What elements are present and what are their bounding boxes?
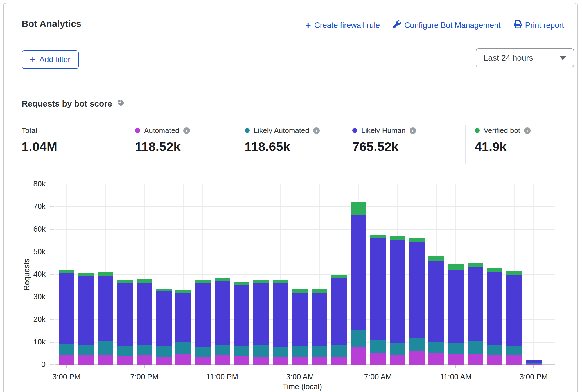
bar-segment-likely_human (175, 293, 191, 342)
bar-900pm[interactable] (175, 290, 191, 365)
bar-segment-automated (351, 347, 366, 365)
bar-segment-automated (98, 355, 113, 365)
bar-segment-likely_human (234, 285, 249, 346)
bar-segment-verified_bot (156, 289, 172, 292)
bar-segment-automated (78, 355, 94, 365)
bar-segment-likely_automated (78, 345, 94, 355)
bar-segment-verified_bot (195, 280, 211, 283)
bar-segment-likely_human (506, 275, 522, 346)
bar-400pm[interactable] (78, 273, 94, 365)
bar-segment-likely_automated (468, 341, 483, 354)
configure-bot-management-link[interactable]: Configure Bot Management (393, 20, 500, 30)
bar-200pm[interactable] (506, 271, 522, 365)
plus-icon: + (305, 21, 311, 29)
y-tick-mark (50, 206, 54, 207)
bar-segment-automated (526, 364, 542, 365)
y-tick-mark (50, 252, 54, 252)
stat-likely-human-label: Likely Human (361, 126, 406, 135)
bar-segment-likely_human (59, 273, 74, 344)
chevron-down-icon (560, 56, 566, 60)
bar-500am[interactable] (331, 275, 347, 365)
bar-700pm[interactable] (137, 279, 152, 365)
bar-segment-automated (390, 355, 405, 365)
bar-900am[interactable] (409, 238, 425, 365)
bar-segment-automated (409, 351, 425, 365)
bar-segment-automated (195, 357, 211, 365)
bar-600pm[interactable] (117, 280, 133, 365)
stat-divider (465, 125, 466, 164)
add-filter-button[interactable]: + Add filter (22, 50, 79, 69)
bar-segment-verified_bot (312, 289, 327, 293)
y-tick-label: 0 (12, 360, 46, 369)
bar-segment-likely_automated (448, 343, 464, 354)
print-report-link[interactable]: Print report (514, 20, 564, 30)
bar-segment-likely_automated (59, 344, 74, 355)
stat-total-value: 1.04M (22, 139, 57, 154)
bar-segment-verified_bot (390, 236, 405, 240)
bar-segment-likely_automated (195, 347, 211, 357)
likely-human-dot (352, 128, 357, 133)
horizontal-gridline (55, 252, 555, 252)
bar-segment-likely_human (526, 360, 542, 363)
bar-segment-likely_human (312, 293, 327, 346)
bar-300am[interactable] (292, 289, 308, 365)
info-icon[interactable] (410, 127, 416, 134)
bar-segment-automated (234, 356, 249, 365)
time-range-select[interactable]: Last 24 hours (476, 48, 574, 67)
bar-800pm[interactable] (156, 289, 172, 365)
info-icon[interactable] (524, 127, 531, 134)
bar-700am[interactable] (370, 235, 386, 365)
y-tick-mark (50, 364, 54, 365)
info-icon[interactable] (313, 127, 320, 134)
bar-1100am[interactable] (448, 264, 464, 365)
bar-segment-likely_human (98, 276, 113, 342)
bar-segment-verified_bot (273, 280, 288, 283)
x-tick-label: 11:00 PM (191, 373, 253, 381)
bar-segment-likely_human (487, 272, 502, 345)
bar-800am[interactable] (390, 236, 405, 365)
bar-segment-likely_human (468, 267, 483, 341)
bar-segment-verified_bot (59, 270, 74, 273)
bar-segment-likely_human (370, 238, 386, 340)
bar-segment-verified_bot (351, 202, 366, 215)
y-tick-mark (50, 274, 54, 275)
x-tick-label: 7:00 AM (347, 373, 409, 381)
plus-icon: + (30, 55, 36, 63)
y-tick-label: 80k (12, 180, 46, 188)
bar-segment-likely_automated (370, 340, 386, 353)
bar-200am[interactable] (273, 280, 288, 365)
stat-divider (346, 125, 346, 164)
bar-segment-likely_human (409, 242, 425, 338)
bar-100am[interactable] (253, 280, 269, 365)
bar-segment-likely_human (428, 261, 444, 342)
bar-600am[interactable] (351, 202, 366, 365)
bar-300pm[interactable] (59, 270, 74, 365)
bar-1000pm[interactable] (195, 280, 211, 365)
stat-likely-human: Likely Human 765.52k (352, 126, 416, 154)
bar-segment-likely_automated (98, 341, 113, 355)
bar-100pm[interactable] (487, 268, 502, 365)
bar-segment-verified_bot (370, 235, 386, 239)
bar-segment-verified_bot (253, 280, 269, 283)
bar-1200am[interactable] (234, 282, 249, 365)
info-icon[interactable] (183, 127, 190, 134)
y-axis-line (55, 184, 55, 365)
bar-segment-verified_bot (78, 273, 94, 276)
stat-verified-bot-label: Verified bot (484, 126, 520, 135)
bar-segment-likely_automated (273, 347, 288, 357)
configure-bot-management-label: Configure Bot Management (404, 21, 500, 30)
bar-segment-automated (312, 357, 327, 365)
bot-analytics-page: Bot Analytics + Create firewall rule Con… (0, 0, 582, 392)
stat-divider (124, 125, 124, 164)
bar-500pm[interactable] (98, 272, 113, 365)
create-firewall-rule-link[interactable]: + Create firewall rule (305, 21, 380, 30)
horizontal-gridline (55, 229, 555, 230)
bar-segment-likely_automated (137, 345, 152, 355)
bar-1200pm[interactable] (468, 263, 483, 365)
bar-1000am[interactable] (428, 256, 444, 365)
bar-segment-verified_bot (117, 280, 133, 283)
bar-segment-likely_human (195, 283, 211, 347)
bar-300pm[interactable] (526, 360, 542, 365)
bar-1100pm[interactable] (215, 278, 230, 365)
bar-400am[interactable] (312, 289, 327, 365)
